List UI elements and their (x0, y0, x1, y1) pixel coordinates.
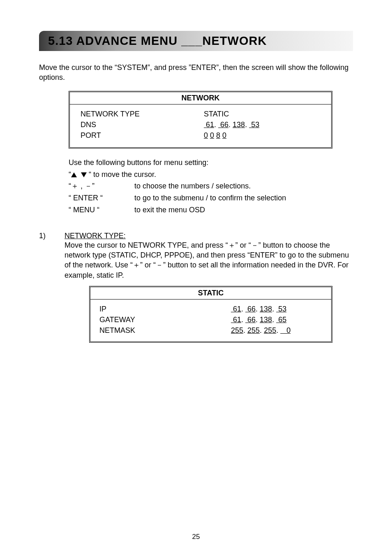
section-heading-bar: 5.13 ADVANCE MENU ___NETWORK (39, 31, 353, 51)
section-number: 1) (39, 232, 65, 343)
intro-paragraph: Move the cursor to the “SYSTEM”, and pre… (39, 63, 353, 83)
label-network-type: NETWORK TYPE (81, 109, 204, 119)
dns-octet-4: 53 (249, 121, 259, 129)
dns-dot-3: . (245, 121, 249, 129)
value-port: 0 0 8 0 (204, 130, 321, 141)
network-panel: NETWORK NETWORK TYPE STATIC DNS 61. 66. … (69, 91, 332, 149)
nm-octet-3: 255 (264, 326, 276, 334)
network-row-dns: DNS 61. 66. 138. 53 (81, 119, 321, 130)
instr-key-plusminus: “＋ , －” (69, 180, 134, 192)
instr-key-enter: “ ENTER “ (69, 192, 134, 204)
instr-desc-enter: to go to the submenu / to confirm the se… (134, 192, 286, 204)
section-heading-text: 5.13 ADVANCE MENU ___NETWORK (48, 34, 267, 47)
gw-octet-2: 66 (245, 316, 256, 324)
port-digit-1: 0 (204, 131, 208, 139)
instr-desc-menu: to exit the menu OSD (134, 204, 205, 216)
network-panel-title: NETWORK (70, 92, 331, 104)
ip-octet-3: 138 (260, 305, 272, 313)
value-gateway: 61. 66. 138. 65 (231, 314, 322, 325)
static-panel: STATIC IP 61. 66. 138. 53 GATEWAY 61. 66… (89, 286, 332, 343)
arrow-up-icon (71, 172, 77, 177)
label-dns: DNS (81, 119, 204, 130)
label-ip: IP (99, 304, 231, 314)
cursor-rest: “ to move the cursor. (87, 170, 156, 179)
port-digit-3: 8 (216, 131, 220, 139)
arrow-down-icon (81, 172, 87, 177)
value-network-type: STATIC (204, 109, 321, 119)
dns-dot-1: . (214, 121, 218, 129)
instructions-block: Use the following buttons for menu setti… (69, 157, 353, 216)
gw-octet-4: 65 (276, 316, 286, 324)
instr-line-menu: “ MENU “ to exit the menu OSD (69, 204, 353, 216)
gw-octet-1: 61 (231, 316, 241, 324)
section-body: Move the cursor to NETWORK TYPE, and pre… (65, 240, 353, 280)
dns-octet-3: 138 (233, 121, 245, 129)
label-port: PORT (81, 130, 204, 141)
nm-octet-2: 255 (247, 326, 260, 334)
instr-line-cursor: “ “ to move the cursor. (69, 169, 353, 181)
instr-key-menu: “ MENU “ (69, 204, 134, 216)
dns-octet-1: 61 (204, 121, 214, 129)
section-title: NETWORK TYPE: (65, 232, 353, 240)
value-netmask: 255. 255. 255. 0 (231, 325, 322, 336)
instr-desc-plusminus: to choose the numbers / selections. (134, 180, 251, 192)
dns-dot-2: . (228, 121, 233, 129)
static-row-gateway: GATEWAY 61. 66. 138. 65 (99, 314, 322, 325)
static-row-ip: IP 61. 66. 138. 53 (99, 304, 322, 314)
gw-octet-3: 138 (260, 316, 272, 324)
instr-line-plusminus: “＋ , －” to choose the numbers / selectio… (69, 180, 353, 192)
value-ip: 61. 66. 138. 53 (231, 304, 322, 314)
network-row-type: NETWORK TYPE STATIC (81, 109, 321, 119)
port-digit-4: 0 (222, 131, 226, 139)
page-number: 25 (0, 533, 392, 541)
ip-octet-4: 53 (276, 305, 286, 313)
network-row-port: PORT 0 0 8 0 (81, 130, 321, 141)
ip-octet-2: 66 (245, 305, 256, 313)
nm-octet-1: 255 (231, 326, 243, 334)
value-dns: 61. 66. 138. 53 (204, 119, 321, 130)
label-gateway: GATEWAY (99, 314, 231, 325)
dns-octet-2: 66 (218, 121, 228, 129)
label-netmask: NETMASK (99, 325, 231, 336)
static-panel-title: STATIC (90, 287, 331, 300)
section-network-type: 1) NETWORK TYPE: Move the cursor to NETW… (39, 232, 353, 343)
instr-line-enter: “ ENTER “ to go to the submenu / to conf… (69, 192, 353, 204)
instr-line-intro: Use the following buttons for menu setti… (69, 157, 353, 169)
port-digit-2: 0 (210, 131, 214, 139)
ip-octet-1: 61 (231, 305, 241, 313)
static-row-netmask: NETMASK 255. 255. 255. 0 (99, 325, 322, 336)
nm-octet-4: 0 (280, 326, 291, 334)
